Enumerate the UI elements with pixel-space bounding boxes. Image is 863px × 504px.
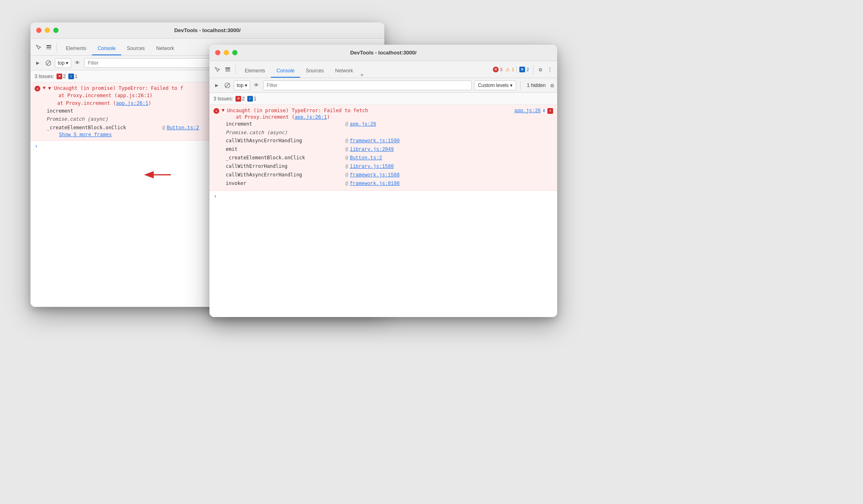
svg-rect-2: [46, 49, 51, 49]
error-row-front: ✕ ▼ Uncaught (in promise) TypeError: Fai…: [209, 105, 557, 191]
error-badge-back: ✕ 2: [57, 74, 66, 79]
svg-line-11: [226, 84, 229, 87]
minimize-button-back[interactable]: [45, 28, 50, 33]
titlebar-back: DevTools - localhost:3000/: [31, 22, 384, 39]
maximize-button-front[interactable]: [232, 50, 238, 55]
tab-console-back[interactable]: Console: [92, 42, 121, 55]
prompt-arrow-icon-back: ›: [35, 143, 38, 150]
eye-icon-front[interactable]: 👁: [253, 81, 261, 89]
close-button-front[interactable]: [215, 50, 220, 55]
stack-link-onclick-front[interactable]: Button.ts:2: [350, 154, 382, 162]
tab-elements-front[interactable]: Elements: [239, 65, 271, 78]
console-content-front: ✕ ▼ Uncaught (in promise) TypeError: Fai…: [209, 105, 557, 317]
warn-count-icon-front: ⚠: [505, 67, 510, 72]
info-count-icon-front: ✕: [519, 67, 525, 72]
error-actions-front: app.js:26 ⬇ ✕: [514, 107, 553, 114]
tab-network-back[interactable]: Network: [150, 42, 180, 55]
stack-link-callasync2-front[interactable]: framework.js:1588: [350, 172, 399, 179]
stack-row-emit-front: emit @ library.js:2049: [226, 145, 553, 154]
stack-link-callasync1-front[interactable]: framework.js:1590: [350, 137, 399, 145]
prompt-arrow-icon-front: ›: [214, 193, 217, 200]
svg-rect-0: [46, 45, 51, 46]
context-dropdown-back[interactable]: top ▾: [55, 58, 71, 68]
stack-trace-front: increment @ app.js:26 Promise.catch (asy…: [214, 120, 553, 188]
error-count-issues-icon-front: ✕: [235, 96, 241, 102]
layers-icon-front[interactable]: [223, 65, 232, 74]
eye-icon-back[interactable]: 👁: [74, 59, 82, 67]
toolbar-divider-2-front: [533, 65, 534, 74]
tab-network-front[interactable]: Network: [329, 65, 359, 78]
stack-link-callerror-front[interactable]: library.js:1580: [350, 163, 394, 170]
stack-row-callerror-front: callWithErrorHandling @ library.js:1580: [226, 162, 553, 171]
error-main-front: ✕ ▼ Uncaught (in promise) TypeError: Fai…: [214, 107, 553, 120]
tabs-front: Elements Console Sources Network »: [239, 61, 491, 78]
stack-row-callasync1-front: callWithAsyncErrorHandling @ framework.j…: [226, 137, 553, 145]
toolbar-divider-ct-front: [520, 81, 521, 90]
custom-levels-button[interactable]: Custom levels ▾: [474, 80, 516, 90]
stop-icon-back[interactable]: [44, 59, 52, 67]
info-badge-front: ✕ 2: [519, 67, 529, 72]
tab-console-front[interactable]: Console: [271, 65, 300, 78]
error-message-back: ▼ Uncaught (in promise) TypeError: Faile…: [48, 85, 183, 92]
info-count-icon-back: i: [68, 74, 74, 79]
info-count-issues-icon-front: i: [247, 96, 253, 102]
filter-input-front[interactable]: [263, 80, 472, 90]
svg-rect-1: [46, 47, 51, 48]
error-triangle-front[interactable]: ▼: [222, 108, 224, 113]
red-arrow-annotation: [138, 167, 175, 185]
devtools-toolbar-front: Elements Console Sources Network » ✕ 3: [209, 61, 557, 78]
info-badge-back: i 1: [68, 74, 78, 79]
stack-row-promise-front: Promise.catch (async): [226, 128, 553, 137]
error-message-line1-front: Uncaught (in promise) TypeError: Failed …: [227, 107, 368, 114]
stop-icon-front[interactable]: [223, 81, 231, 89]
titlebar-title-back: DevTools - localhost:3000/: [174, 27, 240, 33]
more-tabs-icon-front[interactable]: »: [359, 72, 365, 78]
svg-rect-9: [225, 71, 230, 72]
cursor-icon-front[interactable]: [213, 65, 222, 74]
maximize-button-back[interactable]: [53, 28, 59, 33]
badge-divider-front: [516, 66, 517, 73]
cursor-icon-back[interactable]: [34, 43, 43, 52]
close-button-back[interactable]: [36, 28, 41, 33]
toolbar-divider-1-back: [57, 43, 57, 52]
stack-link-invoker-front[interactable]: framework.js:8198: [350, 180, 399, 187]
error-x-icon-front: ✕: [214, 108, 219, 114]
error-triangle-back[interactable]: ▼: [43, 85, 46, 91]
issues-bar-front: 3 Issues: ✕ 2 i 1: [209, 93, 557, 105]
error-count-icon-back: ✕: [57, 74, 62, 79]
stack-link-onclick-back[interactable]: Button.ts:2: [167, 124, 199, 132]
stack-link-increment-front[interactable]: app.js:26: [350, 121, 376, 128]
titlebar-title-front: DevTools - localhost:3000/: [350, 50, 416, 56]
titlebar-front: DevTools - localhost:3000/: [209, 45, 557, 61]
stack-row-onclick-front: _createElementBlock.onClick @ Button.ts:…: [226, 154, 553, 162]
toolbar-right-front: ✕ 3 ⚠ 1 ✕ 2 ⚙ ⋮: [493, 65, 554, 74]
stack-link-emit-front[interactable]: library.js:2049: [350, 146, 394, 153]
window-controls-front: [215, 50, 238, 55]
action-x-icon-front[interactable]: ✕: [547, 108, 553, 114]
svg-line-4: [47, 61, 50, 65]
layers-icon-back[interactable]: [44, 43, 53, 52]
error-sub-link-front[interactable]: app.js:26:1: [294, 114, 327, 120]
download-icon-front[interactable]: ⬇: [543, 107, 546, 114]
tab-elements-back[interactable]: Elements: [60, 42, 92, 55]
info-badge-issues-front: i 1: [247, 96, 257, 102]
tab-sources-front[interactable]: Sources: [300, 65, 329, 78]
error-badge-issues-front: ✕ 2: [235, 96, 245, 102]
more-menu-icon-front[interactable]: ⋮: [546, 65, 554, 74]
minimize-button-front[interactable]: [224, 50, 229, 55]
tab-sources-back[interactable]: Sources: [121, 42, 150, 55]
console-toolbar-front: ▶ top ▾ 👁 Custom levels ▾ 1 hidden ⚙: [209, 78, 557, 93]
stack-row-increment-front: increment @ app.js:26: [226, 120, 553, 128]
error-count-icon-front: ✕: [493, 67, 499, 72]
play-icon-front[interactable]: ▶: [213, 81, 221, 89]
svg-rect-7: [225, 67, 230, 69]
settings-small-icon-front[interactable]: ⚙: [551, 82, 554, 89]
gear-icon-front[interactable]: ⚙: [538, 65, 543, 74]
context-dropdown-front[interactable]: top ▾: [234, 80, 250, 90]
svg-rect-8: [225, 70, 230, 70]
stack-row-callasync2-front: callWithAsyncErrorHandling @ framework.j…: [226, 171, 553, 179]
hidden-count: 1 hidden: [525, 83, 548, 88]
devtools-window-front: DevTools - localhost:3000/ Elements: [209, 45, 557, 317]
error-file-link-front[interactable]: app.js:26: [514, 108, 541, 114]
play-icon-back[interactable]: ▶: [34, 59, 42, 67]
